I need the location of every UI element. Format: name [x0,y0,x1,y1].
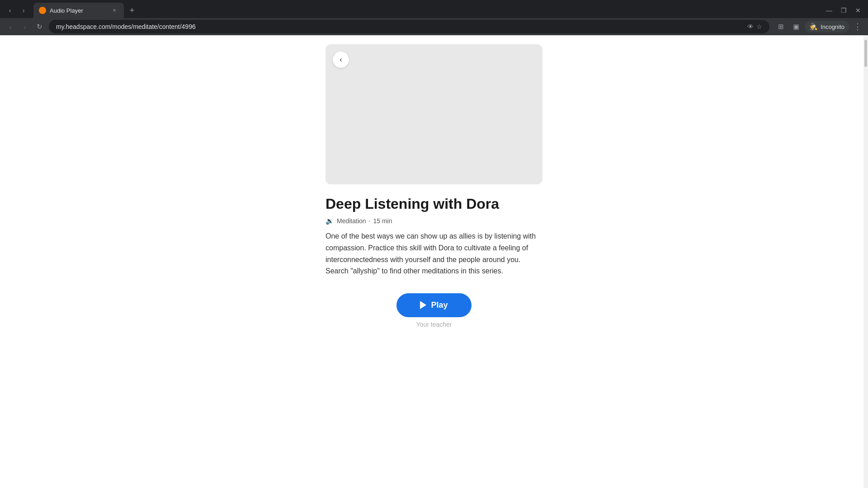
play-button-container: Play Your teacher [326,293,542,328]
back-button[interactable]: ‹ [4,20,17,33]
active-tab[interactable]: Audio Player × [33,3,124,18]
play-button[interactable]: Play [396,293,471,317]
url-text: my.headspace.com/modes/meditate/content/… [56,23,744,30]
url-icons: 👁 ☆ [747,23,762,30]
play-button-label: Play [431,300,448,310]
browser-chrome: ‹ › Audio Player × + — ❐ ✕ ‹ › ↻ my.head… [0,0,868,35]
url-bar[interactable]: my.headspace.com/modes/meditate/content/… [49,20,769,33]
sidebar-button[interactable]: ▣ [789,20,803,33]
nav-controls: ‹ › ↻ [4,20,46,33]
tab-close-button[interactable]: × [110,6,118,14]
minimize-button[interactable]: — [823,4,835,17]
your-teacher-label: Your teacher [416,321,452,328]
eye-off-icon: 👁 [747,23,754,30]
scrollbar-track[interactable] [863,35,868,488]
incognito-label: Incognito [821,23,844,30]
meta-row: 🔉 Meditation · 15 min [326,217,542,225]
play-triangle-icon [420,301,426,309]
incognito-icon: 🕵 [809,23,818,31]
content-wrapper: ‹ Deep Listening with Dora 🔉 Meditation … [326,44,542,479]
tab-bar: ‹ › Audio Player × + — ❐ ✕ [0,0,868,18]
extensions-button[interactable]: ⊞ [774,20,788,33]
audio-icon: 🔉 [326,217,334,225]
description-text: One of the best ways we can show up as a… [326,230,542,277]
page-content: ‹ Deep Listening with Dora 🔉 Meditation … [0,35,868,488]
refresh-button[interactable]: ↻ [33,20,46,33]
incognito-badge[interactable]: 🕵 Incognito [805,21,849,33]
forward-button[interactable]: › [18,20,32,33]
separator: · [369,217,371,225]
window-controls: — ❐ ✕ [823,4,864,17]
tab-nav-back[interactable]: ‹ [4,4,16,17]
maximize-button[interactable]: ❐ [837,4,850,17]
content-title: Deep Listening with Dora [326,195,542,212]
tab-title: Audio Player [50,7,107,14]
thumbnail-card: ‹ [326,44,542,184]
tab-nav-forward[interactable]: › [17,4,30,17]
tab-favicon [39,7,46,14]
back-chevron-icon: ‹ [340,56,342,64]
new-tab-button[interactable]: + [126,4,138,17]
address-bar: ‹ › ↻ my.headspace.com/modes/meditate/co… [0,18,868,35]
toolbar-icons: ⊞ ▣ 🕵 Incognito ⋮ [774,20,864,33]
more-button[interactable]: ⋮ [851,20,864,33]
star-icon[interactable]: ☆ [756,23,762,30]
scrollbar-thumb[interactable] [864,40,867,67]
title-section: Deep Listening with Dora 🔉 Meditation · … [326,195,542,225]
duration-label: 15 min [373,217,392,225]
category-label: Meditation [337,217,366,225]
close-button[interactable]: ✕ [852,4,864,17]
tab-nav-left: ‹ › [4,4,30,17]
back-navigation-button[interactable]: ‹ [333,52,349,68]
